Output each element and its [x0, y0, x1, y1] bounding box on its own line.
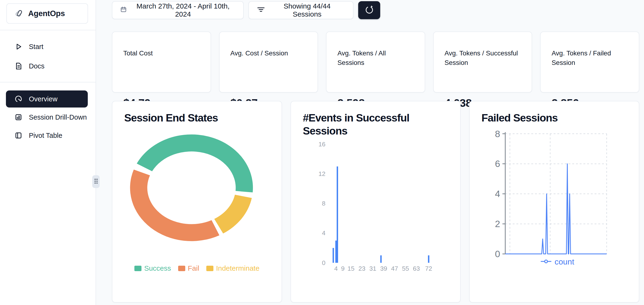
legend-item-success: Success: [134, 264, 171, 272]
svg-text:55: 55: [402, 265, 409, 272]
list-box-icon: [14, 113, 23, 122]
session-end-states-card: Session End States Success Fail Indeterm…: [112, 101, 282, 303]
failed-sessions-card: Failed Sessions 02468 count: [469, 101, 639, 303]
svg-text:4: 4: [334, 265, 338, 272]
svg-text:23: 23: [358, 265, 366, 272]
svg-text:9: 9: [341, 265, 345, 272]
sidebar-nav-primary: Start Docs: [0, 30, 96, 76]
date-range-label: March 27th, 2024 - April 10th, 2024: [131, 2, 235, 18]
paperclip-logo-icon: [14, 8, 24, 19]
chart-cards-row: Session End States Success Fail Indeterm…: [112, 101, 639, 303]
stat-card-avg-cost-session: Avg. Cost / Session $0.27: [219, 32, 318, 93]
sidebar-item-pivot-table[interactable]: Pivot Table: [6, 127, 88, 144]
stat-label: Avg. Cost / Session: [230, 49, 307, 68]
svg-text:63: 63: [413, 265, 420, 272]
sidebar-item-overview[interactable]: Overview: [6, 91, 88, 108]
sidebar-item-label: Docs: [29, 62, 44, 70]
svg-text:0: 0: [322, 259, 326, 266]
topbar: March 27th, 2024 - April 10th, 2024 Show…: [112, 1, 639, 19]
main-content: March 27th, 2024 - April 10th, 2024 Show…: [96, 0, 644, 305]
svg-text:2: 2: [495, 219, 500, 229]
pivot-table-icon: [14, 131, 23, 140]
stat-label: Avg. Tokens / Successful Session: [444, 49, 521, 68]
sidebar-item-session-drill-down[interactable]: Session Drill-Down: [6, 109, 88, 126]
legend-label: Success: [144, 264, 171, 272]
stat-card-avg-tokens-successful: Avg. Tokens / Successful Session 4,638: [433, 32, 532, 93]
sidebar-resize-handle[interactable]: [92, 175, 100, 188]
calendar-icon: [120, 6, 126, 14]
svg-text:8: 8: [322, 200, 326, 207]
app-name: AgentOps: [28, 9, 65, 18]
stat-cards-row: Total Cost $4.79 Avg. Cost / Session $0.…: [112, 32, 639, 93]
count-legend: count: [506, 257, 609, 266]
legend-swatch: [206, 266, 214, 271]
filter-label: Showing 44/44 Sessions: [269, 2, 345, 18]
line-marker-icon: [540, 259, 552, 265]
svg-text:15: 15: [348, 265, 355, 272]
sidebar: AgentOps Start: [0, 0, 96, 305]
legend-swatch: [178, 266, 185, 271]
legend-swatch: [134, 266, 142, 271]
svg-text:16: 16: [318, 141, 326, 148]
events-in-successful-sessions-card: #Events in Successful Sessions 048121649…: [290, 101, 461, 303]
app-root: AgentOps Start: [0, 0, 644, 305]
stat-card-total-cost: Total Cost $4.79: [112, 32, 211, 93]
stat-label: Total Cost: [123, 49, 200, 68]
legend-label: Indeterminate: [216, 264, 259, 272]
stat-card-avg-tokens-failed: Avg. Tokens / Failed Session 3,856: [540, 32, 639, 93]
svg-text:47: 47: [391, 265, 398, 272]
legend-item-indeterminate: Indeterminate: [206, 264, 259, 272]
svg-text:0: 0: [495, 249, 500, 259]
refresh-button[interactable]: [358, 1, 380, 19]
stat-label: Avg. Tokens / All Sessions: [338, 49, 414, 68]
filter-lines-icon: [257, 6, 265, 15]
play-icon: [14, 42, 23, 51]
sidebar-item-start[interactable]: Start: [6, 37, 90, 56]
svg-text:6: 6: [495, 158, 500, 169]
svg-text:12: 12: [318, 170, 326, 177]
legend-item-fail: Fail: [178, 264, 199, 272]
document-icon: [14, 62, 23, 70]
svg-text:31: 31: [369, 265, 376, 272]
svg-text:4: 4: [322, 229, 326, 236]
filter-button[interactable]: Showing 44/44 Sessions: [248, 1, 354, 19]
sidebar-item-docs[interactable]: Docs: [6, 56, 90, 76]
svg-text:8: 8: [495, 129, 500, 139]
sidebar-item-label: Pivot Table: [29, 132, 62, 139]
svg-text:4: 4: [495, 188, 500, 199]
svg-text:39: 39: [380, 265, 387, 272]
events-bar-chart: 0481216491523313947556372: [291, 101, 460, 302]
sidebar-item-label: Overview: [29, 95, 58, 103]
refresh-icon: [364, 5, 374, 16]
gauge-icon: [14, 95, 23, 104]
date-range-button[interactable]: March 27th, 2024 - April 10th, 2024: [112, 1, 244, 19]
sidebar-nav-secondary: Overview Session Drill-Down: [0, 82, 96, 144]
svg-text:72: 72: [425, 265, 432, 272]
grip-dots-icon: [94, 178, 98, 185]
app-logo[interactable]: AgentOps: [6, 3, 88, 24]
stat-label: Avg. Tokens / Failed Session: [552, 49, 628, 68]
legend-label: count: [554, 257, 574, 266]
donut-legend: Success Fail Indeterminate: [112, 264, 282, 272]
sidebar-item-label: Start: [29, 43, 43, 51]
failed-sessions-line-chart: 02468: [470, 101, 639, 302]
legend-label: Fail: [188, 264, 199, 272]
sidebar-item-label: Session Drill-Down: [29, 113, 87, 121]
stat-card-avg-tokens-all: Avg. Tokens / All Sessions 3,598: [326, 32, 425, 93]
